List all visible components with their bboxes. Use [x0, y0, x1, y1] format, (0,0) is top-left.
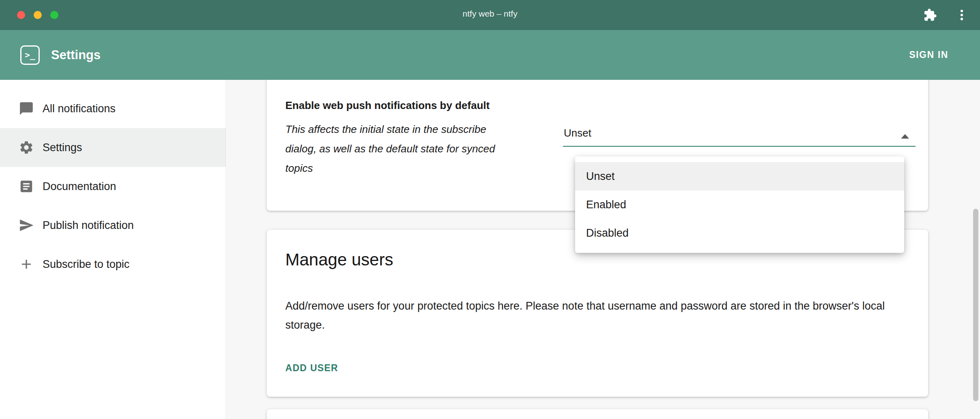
article-icon [19, 179, 34, 194]
next-card-partial [267, 409, 928, 419]
chat-bubble-icon [19, 101, 34, 116]
titlebar-actions [923, 0, 969, 30]
sidebar-item-settings[interactable]: Settings [0, 128, 226, 167]
sidebar-item-subscribe-to-topic[interactable]: Subscribe to topic [0, 245, 226, 284]
web-push-default-dropdown-menu: Unset Enabled Disabled [575, 156, 904, 253]
page-title: Settings [51, 48, 101, 62]
sidebar-item-label: Subscribe to topic [43, 258, 130, 271]
extensions-puzzle-icon[interactable] [923, 8, 937, 22]
web-push-default-select[interactable]: Unset [563, 127, 916, 147]
sign-in-button[interactable]: SIGN IN [909, 49, 948, 60]
browser-menu-dots-icon[interactable] [955, 8, 969, 22]
sidebar-item-label: Settings [43, 141, 82, 154]
manage-users-description: Add/remove users for your protected topi… [285, 297, 901, 335]
window-title: ntfy web – ntfy [0, 9, 980, 19]
menu-item-enabled[interactable]: Enabled [575, 190, 904, 219]
menu-item-unset[interactable]: Unset [575, 162, 904, 190]
sidebar-item-all-notifications[interactable]: All notifications [0, 89, 226, 128]
sidebar-item-label: Publish notification [43, 219, 134, 232]
manage-users-card: Manage users Add/remove users for your p… [267, 230, 928, 397]
ntfy-logo-icon: >_ [20, 45, 40, 65]
sidebar: All notifications Settings Documentation… [0, 80, 226, 419]
vertical-scrollbar-thumb[interactable] [973, 209, 978, 401]
app-bar: >_ Settings SIGN IN [0, 30, 980, 80]
gear-icon [19, 140, 34, 155]
sidebar-item-label: Documentation [43, 180, 116, 193]
menu-item-disabled[interactable]: Disabled [575, 219, 904, 247]
select-value: Unset [563, 127, 916, 147]
setting-description: This affects the initial state in the su… [285, 120, 512, 178]
ntfy-web-window: ntfy web – ntfy >_ Settings SIGN IN All … [0, 0, 980, 419]
sidebar-item-label: All notifications [43, 103, 116, 115]
plus-icon [19, 257, 34, 272]
window-titlebar: ntfy web – ntfy [0, 0, 980, 30]
send-icon [19, 218, 34, 233]
setting-title: Enable web push notifications by default [285, 99, 490, 112]
sidebar-item-publish-notification[interactable]: Publish notification [0, 206, 226, 245]
add-user-button[interactable]: ADD USER [285, 363, 338, 374]
sidebar-item-documentation[interactable]: Documentation [0, 167, 226, 206]
manage-users-title: Manage users [285, 250, 393, 269]
chevron-up-icon [901, 134, 909, 139]
